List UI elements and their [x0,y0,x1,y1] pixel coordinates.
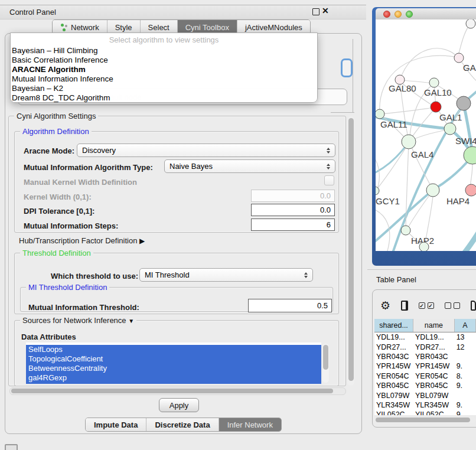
focused-combo-endcap[interactable] [341,58,353,77]
cyni-algorithm-settings-title: Cyni Algorithm Settings [14,112,98,120]
network-node-gal[interactable] [454,53,464,63]
kernel-width-field[interactable]: 0.0 [251,190,335,202]
table-cell: YIL052C [374,410,413,415]
column-header[interactable]: A [455,319,476,332]
column-layout-icon[interactable] [401,301,408,311]
bottom-tab-impute-data[interactable]: Impute Data [86,418,146,431]
network-node-hap4[interactable] [426,184,439,197]
expand-right-icon[interactable]: ▶ [139,237,145,245]
spinner-arrows-icon [327,148,330,154]
network-edge [463,231,476,251]
network-node-gal1[interactable] [444,123,456,135]
minimize-traffic-light-icon[interactable] [395,11,402,18]
table-row[interactable]: YLR345WYLR345W9. [374,400,476,410]
close-panel-icon[interactable]: ✕ [322,6,329,15]
table-row[interactable]: YBR043CYBR043C [374,352,476,361]
data-attributes-label: Data Attributes [21,332,76,341]
mi-algorithm-type-combo[interactable]: Naive Bayes [164,159,335,173]
table-row[interactable]: YIL052CYIL052C9 [374,410,476,415]
data-attributes-list[interactable]: SelfLoopsTopologicalCoefficientBetweenne… [26,343,321,384]
table-horizontal-scrollbar[interactable] [374,417,476,423]
settings-vertical-scrollbar[interactable] [347,116,354,386]
network-node-gal10[interactable] [429,78,439,87]
table-cell: YLR345W [413,401,455,409]
algorithm-option[interactable]: Dream8 DC_TDC Algorithm [11,93,317,103]
dpi-tolerance-label: DPI Tolerance [0,1]: [24,207,94,216]
network-node[interactable] [457,96,471,110]
table-row[interactable]: YBL079WYBL079W [374,390,476,400]
column-header[interactable]: shared... [374,319,413,332]
network-edge [470,164,472,186]
table-panel-separator [367,269,476,270]
tab-label: Select [148,23,169,32]
network-node-y[interactable] [465,184,476,196]
select-all-checkboxes-icon[interactable]: ✓ ✓ [419,302,434,309]
algorithm-option[interactable]: Bayesian – K2 [11,84,317,93]
mi-steps-field[interactable]: 6 [251,219,335,231]
tab-label: Cyni Toolbox [185,23,229,32]
network-node-swi4[interactable] [464,146,476,164]
table-cell: YPR145W [374,362,413,370]
algorithm-option[interactable]: Basic Correlation Inference [11,56,317,65]
network-window-titlebar[interactable] [376,8,476,20]
table-function-icon[interactable] [471,301,476,311]
threshold-definition-title: Threshold Definition [20,249,93,257]
grid-corner-icon[interactable] [5,444,18,450]
attributes-list-scrollbar[interactable] [322,344,329,383]
settings-horizontal-scrollbar[interactable] [9,387,346,395]
table-cell: 9. [455,381,476,390]
table-cell: YBL079W [374,392,413,400]
spinner-arrows-icon [327,164,330,169]
network-node[interactable] [431,102,441,112]
mi-threshold-field[interactable]: 0.5 [248,299,332,312]
network-node-gcy1[interactable] [376,187,379,195]
network-node-hap2[interactable] [401,226,410,235]
aracne-mode-combo[interactable]: Discovery [77,144,335,157]
gear-icon[interactable]: ⚙ [380,300,390,311]
table-row[interactable]: YDR27...YDR27...12 [374,342,476,351]
column-header[interactable]: name [413,319,455,332]
network-canvas[interactable]: GALGAL80GAL10GAL11GAL1SWI4GAL4GCY1HAP4YH… [376,19,476,251]
network-node-gal11[interactable] [376,109,384,119]
network-view-window[interactable]: GALGAL80GAL10GAL11GAL1SWI4GAL4GCY1HAP4YH… [372,7,476,266]
table-row[interactable]: YPR145WYPR145W9. [374,361,476,371]
bottom-tab-infer-network[interactable]: Infer Network [219,418,281,431]
tab-label: Network [71,23,99,32]
table-cell: 9. [455,362,476,370]
table-cell: YPR145W [413,362,455,370]
which-threshold-combo[interactable]: MI Threshold [139,268,313,282]
tab-label: jActiveMNodules [245,23,302,32]
table-row[interactable]: YER054CYER054C8. [374,371,476,381]
close-traffic-light-icon[interactable] [383,11,390,18]
attribute-item[interactable]: gal4RGexp [26,373,321,383]
attribute-item[interactable]: SelfLoops [26,345,321,354]
checked-box-icon: ✓ [428,302,434,309]
algorithm-option[interactable]: ARACNE Algorithm [11,65,317,74]
apply-button[interactable]: Apply [159,398,199,412]
attribute-item[interactable]: BetweennessCentrality [26,364,321,373]
algorithm-option[interactable]: Mutual Information Inference [11,74,317,84]
table-cell: YLR345W [374,401,413,409]
attribute-item[interactable]: TopologicalCoefficient [26,354,321,364]
hub-section-label[interactable]: Hub/Transcription Factor Definition ▶ [19,236,145,245]
aracne-mode-label: Aracne Mode: [24,146,74,155]
table-cell: YER054C [374,372,413,380]
bottom-tab-discretize-data[interactable]: Discretize Data [146,418,219,431]
algorithm-option[interactable]: Bayesian – Hill Climbing [11,46,317,56]
table-row[interactable]: YBR045CYBR045C9. [374,381,476,390]
table-cell: YDR27... [413,343,455,351]
algorithm-dropdown-placeholder: Select algorithm to view settings [11,33,317,46]
network-node[interactable] [466,19,475,28]
dpi-tolerance-field[interactable]: 0.0 [251,204,335,216]
kernel-width-label: Kernel Width (0,1): [24,193,92,201]
table-header-row: shared...nameA [374,319,476,332]
network-node[interactable] [419,242,429,251]
collapse-down-icon[interactable]: ▼ [128,318,134,324]
manual-kernel-checkbox[interactable] [324,175,334,185]
float-window-icon[interactable] [312,8,319,15]
deselect-all-checkboxes-icon[interactable] [445,302,460,309]
mi-steps-label: Mutual Information Steps: [24,221,118,230]
table-row[interactable]: YDL19...YDL19...13 [374,332,476,342]
network-node-gal4[interactable] [402,135,416,149]
zoom-traffic-light-icon[interactable] [406,11,413,18]
